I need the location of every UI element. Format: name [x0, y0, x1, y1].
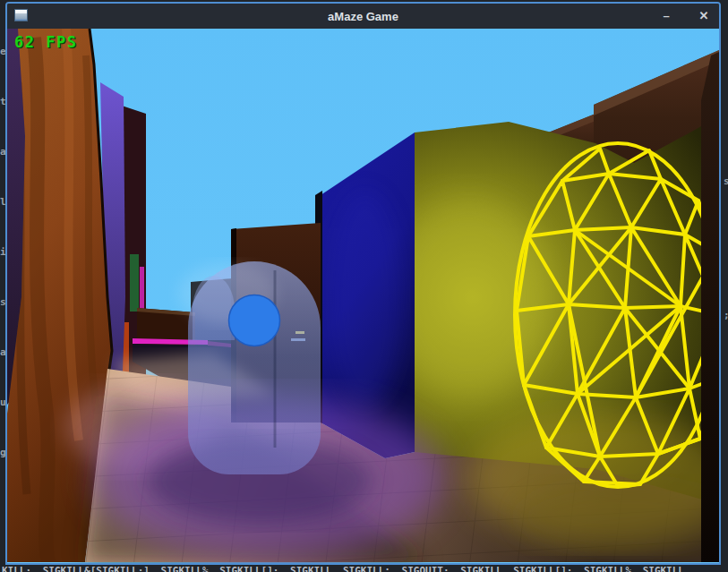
player-capsule — [178, 261, 321, 474]
terminal-fragment-bottom: KILL· SIGKILL&[SIGKILL·] SIGKILL% SIGKIL… — [2, 566, 728, 572]
desktop: e t a l i s a u g s ; KILL· SIGKILL&[SIG… — [0, 0, 728, 572]
close-button[interactable]: ✕ — [690, 4, 717, 29]
game-scene — [7, 29, 719, 563]
minimize-button[interactable]: – — [653, 4, 680, 29]
game-viewport[interactable]: 62 FPS — [7, 29, 719, 563]
fps-counter: 62 FPS — [14, 33, 77, 51]
window-title: aMaze Game — [7, 10, 719, 23]
terminal-fragment-right: s ; — [724, 115, 728, 383]
blue-orb — [229, 295, 280, 346]
right-near-wall — [701, 52, 719, 562]
titlebar[interactable]: aMaze Game – ✕ — [7, 4, 719, 29]
game-window: aMaze Game – ✕ 62 FPS — [5, 2, 721, 565]
